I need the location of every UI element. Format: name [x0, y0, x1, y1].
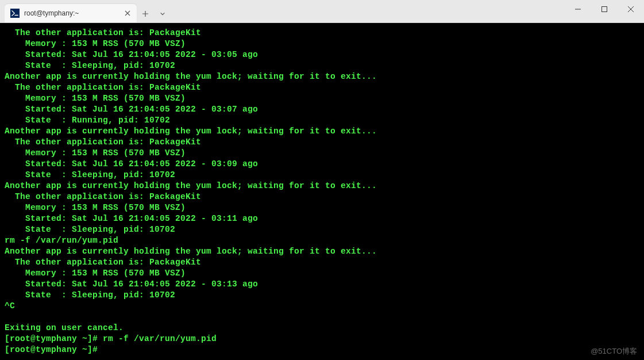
tab-title: root@tymphany:~	[24, 9, 118, 17]
close-icon[interactable]	[123, 9, 132, 18]
powershell-icon	[10, 9, 20, 18]
svg-rect-0	[602, 7, 607, 12]
new-tab-button[interactable]	[137, 5, 154, 22]
titlebar: root@tymphany:~	[0, 0, 644, 23]
tab-active[interactable]: root@tymphany:~	[5, 4, 137, 22]
maximize-button[interactable]	[591, 0, 618, 18]
window-controls	[565, 0, 644, 22]
terminal-output[interactable]: The other application is: PackageKit Mem…	[0, 23, 644, 355]
tab-dropdown-button[interactable]	[154, 5, 171, 22]
terminal-text: The other application is: PackageKit Mem…	[5, 28, 377, 354]
watermark: @51CTO博客	[591, 346, 637, 357]
minimize-button[interactable]	[565, 0, 591, 18]
close-window-button[interactable]	[618, 0, 644, 18]
tab-group: root@tymphany:~	[0, 0, 171, 22]
